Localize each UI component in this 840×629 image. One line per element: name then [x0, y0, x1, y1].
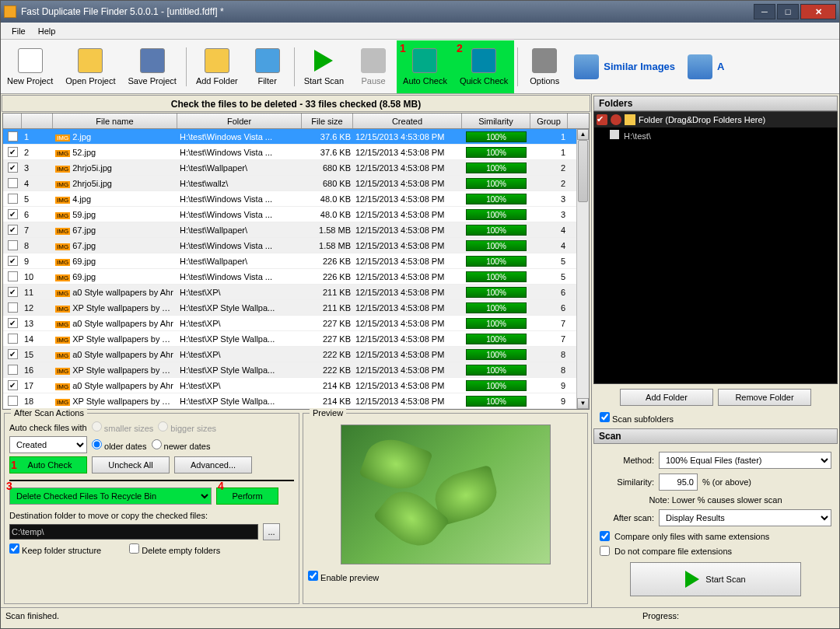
row-checkbox[interactable]: [8, 178, 18, 188]
toolbar-add-folder[interactable]: Add Folder: [190, 40, 244, 93]
scroll-up-button[interactable]: ▲: [577, 129, 589, 140]
row-checkbox[interactable]: ✔: [8, 131, 18, 142]
created-select[interactable]: Created: [9, 436, 87, 453]
table-row[interactable]: 16IMG XP Style wallpapers by AhrH:\test\…: [3, 362, 589, 378]
column-header[interactable]: Group: [530, 114, 568, 128]
table-row[interactable]: 5IMG 4.jpgH:\test\Windows Vista ...48.0 …: [3, 191, 589, 207]
close-button[interactable]: ✕: [800, 4, 836, 19]
column-header[interactable]: Created: [353, 114, 462, 128]
radio-smaller[interactable]: smaller sizes: [92, 421, 154, 433]
column-header[interactable]: File name: [53, 114, 177, 128]
toolbar-similar-images[interactable]: Similar Images: [568, 40, 681, 93]
table-row[interactable]: ✔6IMG 59.jpgH:\test\Windows Vista ...48.…: [3, 207, 589, 222]
row-checkbox[interactable]: [8, 334, 18, 344]
folder-item[interactable]: H:\test\: [594, 128, 837, 143]
method-select[interactable]: 100% Equal Files (faster): [659, 452, 831, 469]
similarity-bar: 100%: [466, 209, 527, 220]
perform-button[interactable]: Perform: [216, 487, 278, 505]
radio-bigger[interactable]: bigger sizes: [158, 421, 216, 433]
maximize-button[interactable]: □: [777, 4, 799, 19]
row-checkbox[interactable]: [8, 365, 18, 375]
delete-empty-check[interactable]: Delete empty folders: [129, 543, 220, 555]
remove-folder-button[interactable]: Remove Folder: [718, 389, 811, 406]
keep-folder-check[interactable]: Keep folder structure: [9, 543, 101, 555]
scroll-thumb[interactable]: [578, 140, 588, 202]
toolbar-quick-check[interactable]: 2Quick Check: [453, 40, 514, 93]
add-folder-button[interactable]: Add Folder: [620, 389, 713, 406]
row-checkbox[interactable]: ✔: [8, 318, 18, 328]
action-select[interactable]: Delete Checked Files To Recycle Bin: [9, 487, 212, 505]
row-checkbox[interactable]: [8, 396, 18, 406]
grid-scrollbar[interactable]: ▲ ▼: [576, 129, 589, 409]
toolbar-a[interactable]: A: [681, 40, 730, 93]
table-row[interactable]: 12IMG XP Style wallpapers by AhrH:\test\…: [3, 300, 589, 316]
radio-newer[interactable]: newer dates: [152, 439, 211, 451]
row-checkbox[interactable]: ✔: [8, 380, 18, 390]
row-checkbox[interactable]: ✔: [8, 287, 18, 297]
uncheck-all-button[interactable]: Uncheck All: [92, 456, 170, 473]
table-row[interactable]: ✔3IMG 2hrjo5i.jpgH:\test\Wallpaper\680 K…: [3, 160, 589, 176]
scan-subfolders-check[interactable]: Scan subfolders: [600, 412, 831, 424]
row-checkbox[interactable]: ✔: [8, 349, 18, 359]
toolbar-open-project[interactable]: Open Project: [59, 40, 121, 93]
table-row[interactable]: ✔9IMG 69.jpgH:\test\Wallpaper\226 KB12/1…: [3, 253, 589, 269]
enable-preview-check[interactable]: Enable preview: [308, 573, 379, 582]
row-checkbox[interactable]: ✔: [8, 162, 18, 173]
table-row[interactable]: ✔11IMG a0 Style wallpapers by AhrH:\test…: [3, 285, 589, 300]
row-checkbox[interactable]: [8, 240, 18, 250]
similarity-input[interactable]: [659, 473, 698, 491]
table-row[interactable]: ✔13IMG a0 Style wallpapers by AhrH:\test…: [3, 316, 589, 331]
column-header[interactable]: [3, 114, 22, 128]
toolbar-save-project[interactable]: Save Project: [122, 40, 183, 93]
row-checkbox[interactable]: ✔: [8, 147, 18, 157]
table-row[interactable]: ✔7IMG 67.jpgH:\test\Wallpaper\1.58 MB12/…: [3, 222, 589, 238]
toolbar-start-scan[interactable]: Start Scan: [298, 40, 350, 93]
table-row[interactable]: 10IMG 69.jpgH:\test\Windows Vista ...226…: [3, 269, 589, 285]
table-row[interactable]: 4IMG 2hrjo5i.jpgH:\test\wallz\680 KB12/1…: [3, 176, 589, 191]
row-checkbox[interactable]: [8, 302, 18, 313]
after-scan-select[interactable]: Display Results: [659, 509, 831, 526]
column-header[interactable]: File size: [302, 114, 353, 128]
menu-help[interactable]: Help: [32, 25, 62, 37]
table-row[interactable]: ✔17IMG a0 Style wallpapers by AhrH:\test…: [3, 378, 589, 393]
toolbar-pause[interactable]: Pause: [350, 40, 397, 93]
row-checkbox[interactable]: ✔: [8, 256, 18, 266]
toolbar-new-project[interactable]: New Project: [1, 40, 59, 93]
advanced-button[interactable]: Advanced...: [174, 456, 252, 473]
compare-ext-check[interactable]: Compare only files with same extensions: [600, 531, 831, 541]
row-checkbox[interactable]: ✔: [8, 209, 18, 219]
table-row[interactable]: ✔1IMG 2.jpgH:\test\Windows Vista ...37.6…: [3, 129, 589, 145]
browse-button[interactable]: ...: [263, 523, 280, 540]
column-header[interactable]: [22, 114, 53, 128]
ignore-ext-check[interactable]: Do not compare file extensions: [600, 546, 831, 556]
row-checkbox[interactable]: [8, 194, 18, 204]
toolbar-auto-check[interactable]: 1Auto Check: [397, 40, 453, 93]
tag-4: 4: [218, 480, 224, 492]
folder-icon: [625, 114, 635, 125]
row-checkbox[interactable]: [8, 271, 18, 281]
table-row[interactable]: 18IMG XP Style wallpapers by AhrH:\test\…: [3, 393, 589, 409]
table-row[interactable]: ✔15IMG a0 Style wallpapers by AhrH:\test…: [3, 347, 589, 362]
app-icon: [4, 5, 16, 18]
table-row[interactable]: 8IMG 67.jpgH:\test\Windows Vista ...1.58…: [3, 238, 589, 253]
open-project-icon: [78, 48, 103, 73]
minimize-button[interactable]: ─: [754, 4, 775, 19]
menu-file[interactable]: File: [5, 25, 32, 37]
table-row[interactable]: ✔19IMG a0 Style wallpapers by AhrH:\test…: [3, 409, 589, 410]
start-scan-button[interactable]: Start Scan: [630, 562, 801, 596]
window-title: Fast Duplicate File Finder 5.0.0.1 - [un…: [21, 6, 754, 17]
scroll-down-button[interactable]: ▼: [577, 398, 589, 409]
column-header[interactable]: Folder: [177, 114, 302, 128]
similarity-bar: 100%: [466, 194, 527, 204]
table-row[interactable]: 14IMG XP Style wallpapers by AhrH:\test\…: [3, 331, 589, 347]
folder-tree[interactable]: ✔ Folder (Drag&Drop Folders Here) H:\tes…: [593, 111, 838, 384]
column-header[interactable]: Similarity: [462, 114, 530, 128]
table-row[interactable]: ✔2IMG 52.jpgH:\test\Windows Vista ...37.…: [3, 145, 589, 160]
dest-input[interactable]: [9, 524, 258, 540]
toolbar-filter[interactable]: Filter: [244, 40, 291, 93]
toolbar-options[interactable]: Options: [521, 40, 568, 93]
page-icon: [610, 130, 619, 139]
radio-older[interactable]: older dates: [92, 439, 147, 451]
row-checkbox[interactable]: ✔: [8, 225, 18, 235]
auto-check-button[interactable]: Auto Check: [9, 456, 87, 473]
